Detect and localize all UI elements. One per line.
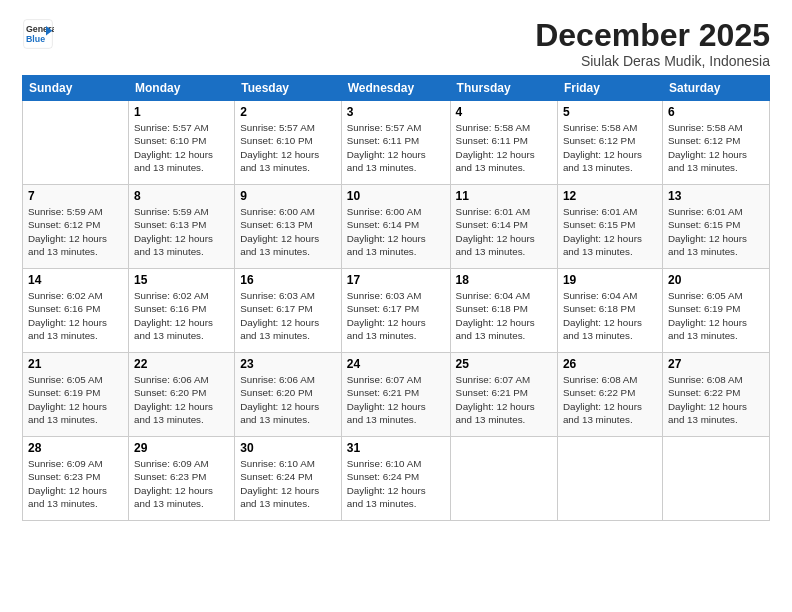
calendar-cell: 2Sunrise: 5:57 AMSunset: 6:10 PMDaylight… (235, 101, 342, 185)
calendar-cell: 6Sunrise: 5:58 AMSunset: 6:12 PMDaylight… (662, 101, 769, 185)
month-title: December 2025 (535, 18, 770, 53)
page: General Blue December 2025 Siulak Deras … (0, 0, 792, 612)
day-number: 21 (28, 357, 123, 371)
weekday-header-friday: Friday (557, 76, 662, 101)
day-info: Sunrise: 6:06 AMSunset: 6:20 PMDaylight:… (134, 373, 229, 426)
week-row-4: 21Sunrise: 6:05 AMSunset: 6:19 PMDayligh… (23, 353, 770, 437)
day-info: Sunrise: 5:58 AMSunset: 6:11 PMDaylight:… (456, 121, 552, 174)
day-info: Sunrise: 6:05 AMSunset: 6:19 PMDaylight:… (28, 373, 123, 426)
week-row-5: 28Sunrise: 6:09 AMSunset: 6:23 PMDayligh… (23, 437, 770, 521)
day-info: Sunrise: 6:00 AMSunset: 6:13 PMDaylight:… (240, 205, 336, 258)
day-info: Sunrise: 5:59 AMSunset: 6:13 PMDaylight:… (134, 205, 229, 258)
day-info: Sunrise: 6:05 AMSunset: 6:19 PMDaylight:… (668, 289, 764, 342)
day-number: 20 (668, 273, 764, 287)
calendar-cell: 24Sunrise: 6:07 AMSunset: 6:21 PMDayligh… (341, 353, 450, 437)
day-number: 15 (134, 273, 229, 287)
calendar-cell: 3Sunrise: 5:57 AMSunset: 6:11 PMDaylight… (341, 101, 450, 185)
day-info: Sunrise: 6:09 AMSunset: 6:23 PMDaylight:… (28, 457, 123, 510)
calendar-cell: 11Sunrise: 6:01 AMSunset: 6:14 PMDayligh… (450, 185, 557, 269)
calendar-cell (450, 437, 557, 521)
calendar-cell: 30Sunrise: 6:10 AMSunset: 6:24 PMDayligh… (235, 437, 342, 521)
location: Siulak Deras Mudik, Indonesia (535, 53, 770, 69)
calendar-cell: 18Sunrise: 6:04 AMSunset: 6:18 PMDayligh… (450, 269, 557, 353)
day-number: 10 (347, 189, 445, 203)
day-info: Sunrise: 6:04 AMSunset: 6:18 PMDaylight:… (456, 289, 552, 342)
title-block: December 2025 Siulak Deras Mudik, Indone… (535, 18, 770, 69)
day-number: 4 (456, 105, 552, 119)
weekday-header-tuesday: Tuesday (235, 76, 342, 101)
day-number: 2 (240, 105, 336, 119)
day-info: Sunrise: 6:02 AMSunset: 6:16 PMDaylight:… (134, 289, 229, 342)
calendar-cell: 13Sunrise: 6:01 AMSunset: 6:15 PMDayligh… (662, 185, 769, 269)
day-info: Sunrise: 6:03 AMSunset: 6:17 PMDaylight:… (240, 289, 336, 342)
weekday-header-row: SundayMondayTuesdayWednesdayThursdayFrid… (23, 76, 770, 101)
calendar-cell (23, 101, 129, 185)
day-number: 3 (347, 105, 445, 119)
calendar-cell (557, 437, 662, 521)
day-info: Sunrise: 6:01 AMSunset: 6:14 PMDaylight:… (456, 205, 552, 258)
day-info: Sunrise: 6:08 AMSunset: 6:22 PMDaylight:… (668, 373, 764, 426)
day-number: 11 (456, 189, 552, 203)
calendar-cell: 22Sunrise: 6:06 AMSunset: 6:20 PMDayligh… (128, 353, 234, 437)
day-number: 31 (347, 441, 445, 455)
calendar-cell: 7Sunrise: 5:59 AMSunset: 6:12 PMDaylight… (23, 185, 129, 269)
day-number: 1 (134, 105, 229, 119)
header: General Blue December 2025 Siulak Deras … (22, 18, 770, 69)
calendar-cell: 28Sunrise: 6:09 AMSunset: 6:23 PMDayligh… (23, 437, 129, 521)
week-row-2: 7Sunrise: 5:59 AMSunset: 6:12 PMDaylight… (23, 185, 770, 269)
calendar-cell: 10Sunrise: 6:00 AMSunset: 6:14 PMDayligh… (341, 185, 450, 269)
calendar-cell: 12Sunrise: 6:01 AMSunset: 6:15 PMDayligh… (557, 185, 662, 269)
calendar-cell: 8Sunrise: 5:59 AMSunset: 6:13 PMDaylight… (128, 185, 234, 269)
day-number: 23 (240, 357, 336, 371)
day-number: 8 (134, 189, 229, 203)
day-number: 25 (456, 357, 552, 371)
calendar-cell: 23Sunrise: 6:06 AMSunset: 6:20 PMDayligh… (235, 353, 342, 437)
calendar-cell: 20Sunrise: 6:05 AMSunset: 6:19 PMDayligh… (662, 269, 769, 353)
day-info: Sunrise: 5:57 AMSunset: 6:10 PMDaylight:… (240, 121, 336, 174)
day-number: 19 (563, 273, 657, 287)
calendar-cell: 5Sunrise: 5:58 AMSunset: 6:12 PMDaylight… (557, 101, 662, 185)
week-row-3: 14Sunrise: 6:02 AMSunset: 6:16 PMDayligh… (23, 269, 770, 353)
calendar-cell: 17Sunrise: 6:03 AMSunset: 6:17 PMDayligh… (341, 269, 450, 353)
svg-text:Blue: Blue (26, 34, 45, 44)
weekday-header-saturday: Saturday (662, 76, 769, 101)
calendar-table: SundayMondayTuesdayWednesdayThursdayFrid… (22, 75, 770, 521)
calendar-cell: 21Sunrise: 6:05 AMSunset: 6:19 PMDayligh… (23, 353, 129, 437)
day-info: Sunrise: 6:10 AMSunset: 6:24 PMDaylight:… (347, 457, 445, 510)
day-info: Sunrise: 6:03 AMSunset: 6:17 PMDaylight:… (347, 289, 445, 342)
weekday-header-thursday: Thursday (450, 76, 557, 101)
day-info: Sunrise: 6:07 AMSunset: 6:21 PMDaylight:… (347, 373, 445, 426)
day-info: Sunrise: 5:57 AMSunset: 6:10 PMDaylight:… (134, 121, 229, 174)
day-number: 16 (240, 273, 336, 287)
day-info: Sunrise: 6:00 AMSunset: 6:14 PMDaylight:… (347, 205, 445, 258)
week-row-1: 1Sunrise: 5:57 AMSunset: 6:10 PMDaylight… (23, 101, 770, 185)
calendar-cell: 31Sunrise: 6:10 AMSunset: 6:24 PMDayligh… (341, 437, 450, 521)
calendar-cell: 9Sunrise: 6:00 AMSunset: 6:13 PMDaylight… (235, 185, 342, 269)
day-number: 24 (347, 357, 445, 371)
day-number: 17 (347, 273, 445, 287)
logo-icon: General Blue (22, 18, 54, 50)
day-info: Sunrise: 5:58 AMSunset: 6:12 PMDaylight:… (668, 121, 764, 174)
calendar-cell: 27Sunrise: 6:08 AMSunset: 6:22 PMDayligh… (662, 353, 769, 437)
day-number: 26 (563, 357, 657, 371)
calendar-cell: 15Sunrise: 6:02 AMSunset: 6:16 PMDayligh… (128, 269, 234, 353)
day-info: Sunrise: 5:59 AMSunset: 6:12 PMDaylight:… (28, 205, 123, 258)
day-number: 28 (28, 441, 123, 455)
day-info: Sunrise: 6:08 AMSunset: 6:22 PMDaylight:… (563, 373, 657, 426)
calendar-cell: 14Sunrise: 6:02 AMSunset: 6:16 PMDayligh… (23, 269, 129, 353)
day-number: 22 (134, 357, 229, 371)
day-number: 29 (134, 441, 229, 455)
day-info: Sunrise: 6:01 AMSunset: 6:15 PMDaylight:… (668, 205, 764, 258)
day-number: 30 (240, 441, 336, 455)
day-info: Sunrise: 5:58 AMSunset: 6:12 PMDaylight:… (563, 121, 657, 174)
calendar-cell: 25Sunrise: 6:07 AMSunset: 6:21 PMDayligh… (450, 353, 557, 437)
day-info: Sunrise: 6:09 AMSunset: 6:23 PMDaylight:… (134, 457, 229, 510)
day-info: Sunrise: 6:10 AMSunset: 6:24 PMDaylight:… (240, 457, 336, 510)
day-info: Sunrise: 6:04 AMSunset: 6:18 PMDaylight:… (563, 289, 657, 342)
weekday-header-sunday: Sunday (23, 76, 129, 101)
calendar-cell: 1Sunrise: 5:57 AMSunset: 6:10 PMDaylight… (128, 101, 234, 185)
calendar-cell: 4Sunrise: 5:58 AMSunset: 6:11 PMDaylight… (450, 101, 557, 185)
day-number: 27 (668, 357, 764, 371)
day-info: Sunrise: 6:06 AMSunset: 6:20 PMDaylight:… (240, 373, 336, 426)
day-info: Sunrise: 6:02 AMSunset: 6:16 PMDaylight:… (28, 289, 123, 342)
